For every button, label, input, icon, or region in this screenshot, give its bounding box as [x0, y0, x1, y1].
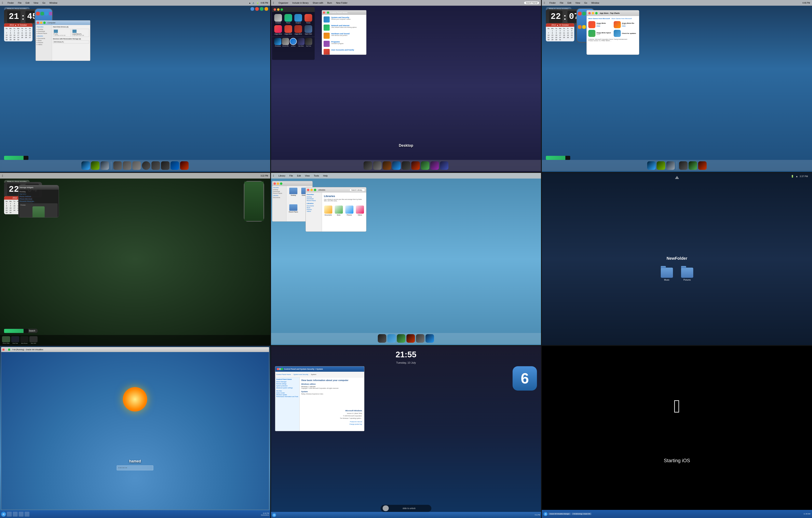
cp8-product-key[interactable]: Product ID: find out	[350, 421, 362, 422]
dock2-icon3[interactable]	[383, 161, 391, 170]
dock-app8[interactable]	[151, 161, 160, 170]
folder-music-6[interactable]: Music	[661, 268, 673, 281]
apple-menu-5[interactable]: 	[273, 174, 274, 177]
folder-pictures-6[interactable]: Pictures	[681, 268, 693, 281]
finder5-close[interactable]	[273, 182, 276, 185]
app-phone[interactable]: Phone	[284, 14, 292, 24]
apple-menu-2[interactable]: 	[273, 1, 274, 4]
app-angry1[interactable]: Angry Birds	[274, 25, 283, 35]
cp8-device-mgr[interactable]: Device Manager	[276, 381, 298, 383]
menu-finder[interactable]: Finder	[6, 2, 15, 4]
wm-iphone-setdock[interactable]: iPhone SetDock	[20, 195, 58, 197]
cp8-action-center[interactable]: Action Center	[276, 392, 298, 394]
fs5-libraries[interactable]: Libraries	[273, 195, 285, 196]
app-safari[interactable]: shortcut	[290, 38, 297, 47]
wbar-mini-iphone[interactable]: Mini iPhone	[20, 336, 28, 344]
dock5-1[interactable]	[378, 334, 386, 343]
menu3-finder[interactable]: Finder	[548, 2, 557, 4]
app-halo[interactable]: Halo Wars	[297, 38, 304, 47]
dock5-5[interactable]	[416, 334, 425, 343]
dock2-icon5[interactable]	[402, 161, 410, 170]
wm-iphone-minidock[interactable]: iPhone Mini Dock	[20, 198, 58, 200]
dock2-icon1[interactable]	[364, 161, 372, 170]
menu3-view[interactable]: View	[574, 2, 581, 4]
dock3-6[interactable]	[698, 161, 707, 170]
apple-menu-4[interactable]: 	[2, 174, 3, 177]
dock-app2[interactable]	[91, 161, 99, 170]
explorer-min-1[interactable]	[40, 22, 42, 24]
dock-angry-birds3[interactable]	[133, 161, 141, 170]
menu-share-with[interactable]: Share with	[311, 2, 324, 4]
dock5-2[interactable]	[387, 334, 396, 343]
explorer-close-1[interactable]	[37, 22, 39, 24]
tab-paid[interactable]: More Games from Microsoft	[612, 18, 632, 20]
dock3-ps[interactable]	[647, 161, 656, 170]
app-dropbox[interactable]: Dropbox	[294, 14, 303, 24]
appstore-max[interactable]	[595, 12, 598, 14]
menu3-file[interactable]: File	[559, 2, 565, 4]
cp8-min[interactable]	[279, 368, 281, 370]
dock-app11[interactable]	[180, 161, 188, 170]
menu-window[interactable]: Window	[48, 2, 58, 4]
lib-music-link[interactable]: Music	[307, 207, 321, 208]
explorer-max-1[interactable]	[43, 22, 46, 24]
icon-3[interactable]	[260, 7, 263, 11]
cp-max[interactable]	[327, 11, 329, 13]
dock5-6[interactable]	[426, 334, 434, 343]
apple-menu-3[interactable]: 	[544, 1, 545, 4]
menu-include-in-library[interactable]: Include in library	[291, 2, 310, 4]
unlock-slider-8[interactable]: slide to unlock	[381, 505, 431, 512]
dock3-4[interactable]	[679, 161, 688, 170]
lib-close[interactable]	[307, 189, 309, 191]
dock3-2[interactable]	[657, 161, 665, 170]
dock2-icon6[interactable]	[411, 161, 420, 170]
cp8-change-key[interactable]: Change product key	[349, 423, 362, 425]
task-icon-3[interactable]	[19, 512, 24, 517]
task-icon-4[interactable]	[25, 512, 29, 517]
dock-sp[interactable]	[100, 161, 109, 170]
menu5-tools[interactable]: Tools	[313, 175, 320, 177]
lib-desktop-link[interactable]: Desktop	[307, 196, 321, 197]
appstore-min[interactable]	[592, 12, 594, 14]
wbar-mac-hdd[interactable]: Mac HDD	[29, 336, 37, 344]
menu5-help[interactable]: Help	[322, 175, 329, 177]
cp8-close[interactable]	[277, 368, 279, 370]
dock-app10[interactable]	[171, 161, 179, 170]
panel-close[interactable]	[273, 8, 276, 11]
lib-pictures-link[interactable]: Pictures	[307, 209, 321, 210]
menu-burn[interactable]: Burn	[326, 2, 333, 4]
vbox-min[interactable]	[5, 348, 7, 351]
menu-view[interactable]: View	[32, 2, 39, 4]
icon-2[interactable]	[255, 7, 259, 11]
vbox-close[interactable]	[2, 348, 4, 351]
task-icon-1[interactable]	[7, 512, 12, 517]
win-start-btn[interactable]: ⊞	[1, 512, 6, 517]
cp8-advanced-settings[interactable]: Advanced system settings	[276, 387, 298, 389]
cp8-sys-protection[interactable]: System protection	[276, 385, 298, 387]
appstore-close[interactable]	[588, 12, 591, 14]
app-recycle[interactable]: Recycle Bin	[282, 38, 289, 47]
sidebar-favorites[interactable]: Favorites	[37, 26, 51, 28]
menu-edit[interactable]: Edit	[24, 2, 31, 4]
menu5-library[interactable]: Library	[277, 175, 287, 177]
search-box-2[interactable]: Search Hamid	[524, 2, 539, 4]
vbox-task-9[interactable]: Oracle VM VirtualBox Manager	[549, 513, 571, 515]
panel-min[interactable]	[277, 8, 280, 11]
cp8-control-panel-link[interactable]: Control Panel Home	[276, 373, 291, 375]
lib-videos-link[interactable]: Videos	[307, 211, 321, 212]
login-password-7[interactable]: ••••••	[117, 465, 153, 470]
menu-go[interactable]: Go	[41, 2, 47, 4]
menu-file[interactable]: File	[17, 2, 23, 4]
lib-downloads-link[interactable]: Downloads	[307, 198, 321, 200]
menu3-edit[interactable]: Edit	[566, 2, 573, 4]
lib-max[interactable]	[314, 189, 316, 191]
icon-4[interactable]	[264, 7, 268, 11]
lib-search[interactable]: Search Library...	[350, 189, 365, 191]
menu5-edit[interactable]: Edit	[296, 175, 302, 177]
menu-organizer[interactable]: Organizer	[277, 2, 289, 4]
wm-iphone-photoalb[interactable]: iPhone4S Photo Alb...	[20, 201, 58, 202]
dock5-4[interactable]	[406, 334, 415, 343]
start-btn-9[interactable]: ⊞	[544, 512, 548, 516]
menu-new-folder[interactable]: New Folder	[335, 2, 349, 4]
sidebar-libraries[interactable]: Libraries	[37, 35, 51, 37]
